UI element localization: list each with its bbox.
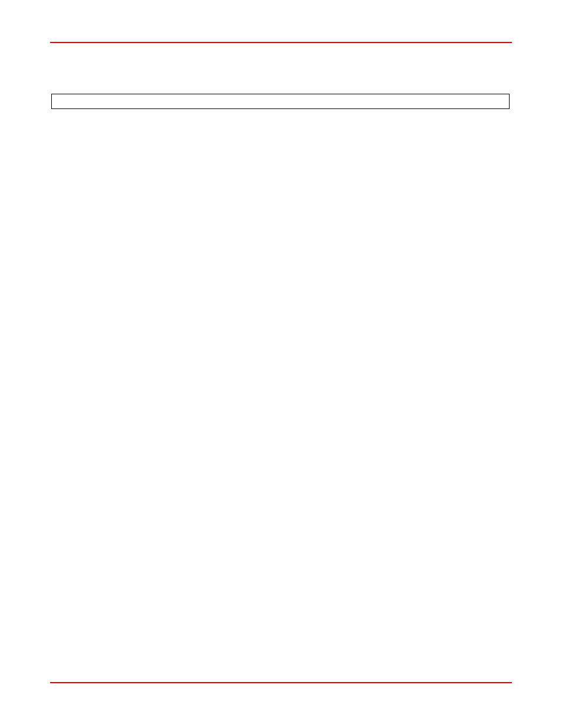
content-box [51,94,510,109]
document-page [0,0,562,728]
footer-rule [50,682,512,683]
header-rule [50,42,512,43]
